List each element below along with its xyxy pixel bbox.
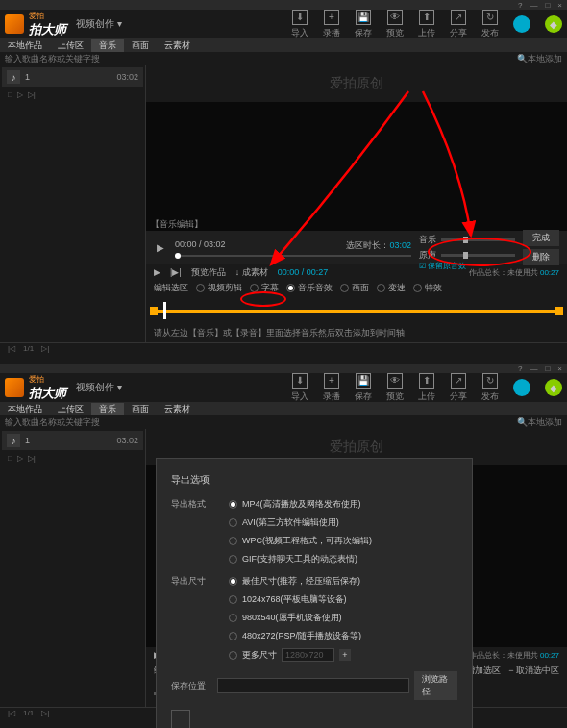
mode-dropdown[interactable]: 视频创作 ▾	[76, 381, 122, 394]
track-next-icon[interactable]: ▷|	[28, 454, 36, 463]
minimize-button[interactable]: —	[530, 1, 537, 10]
minimize-button[interactable]: —	[530, 364, 537, 373]
record-button[interactable]: +录播	[323, 10, 340, 39]
tab-cloud[interactable]: 云素材	[157, 403, 198, 415]
search-icon[interactable]: 🔍	[517, 417, 528, 427]
close-button[interactable]: ×	[557, 1, 562, 10]
track-item[interactable]: ♪ 1 03:02	[2, 431, 143, 450]
apple-button[interactable]	[513, 15, 530, 33]
size-more[interactable]: 更多尺寸 +	[229, 648, 457, 662]
add-material-tab[interactable]: ↓ 成素材	[235, 266, 268, 279]
preview-button[interactable]: 👁预览	[386, 373, 404, 403]
save-path-input[interactable]	[217, 678, 410, 693]
apple-button[interactable]	[513, 379, 530, 396]
track-play-icon[interactable]: ▷	[17, 454, 23, 463]
save-button[interactable]: 💾保存	[355, 10, 372, 39]
tab-local-works[interactable]: 本地作品	[0, 39, 50, 52]
help-icon[interactable]: ?	[518, 364, 522, 373]
preview-work-tab[interactable]: 预览作品	[191, 266, 226, 279]
app-header: 爱拍 拍大师 视频创作 ▾ ⬇导入 +录播 💾保存 👁预览 ⬆上传 ↗分享 ↻发…	[0, 10, 567, 38]
search-input[interactable]	[5, 417, 517, 427]
maximize-button[interactable]: □	[545, 1, 550, 10]
timeline-step[interactable]: |▶|	[170, 267, 182, 277]
path-label: 保存位置：	[171, 680, 217, 692]
tab-music[interactable]: 音乐	[91, 39, 124, 52]
tab-upload[interactable]: 上传区	[50, 39, 91, 52]
import-button[interactable]: ⬇导入	[291, 10, 308, 39]
tab-picture[interactable]: 画面	[124, 403, 157, 415]
maximize-button[interactable]: □	[545, 364, 550, 373]
brand-sub: 爱拍	[29, 11, 66, 21]
tab-music[interactable]: 音乐	[91, 403, 124, 415]
radio-speed[interactable]: 变速	[377, 282, 406, 294]
sidebar: ♪ 1 03:02 □ ▷ ▷|	[0, 65, 146, 342]
footer-nav-next[interactable]: ▷|	[41, 709, 49, 717]
size-best[interactable]: 最佳尺寸(推荐，经压缩后保存)	[229, 575, 457, 588]
browse-button[interactable]: 浏览路径	[414, 671, 457, 700]
format-wpc[interactable]: WPC(视频工程格式，可再次编辑)	[229, 535, 457, 547]
timeline[interactable]	[146, 295, 567, 324]
format-gif[interactable]: GIF(支持聊天工具的动态表情)	[229, 553, 457, 565]
delete-button[interactable]: 删除	[523, 249, 559, 265]
timeline-play[interactable]: ▶	[154, 267, 160, 277]
upload-button[interactable]: ⬆上传	[418, 373, 435, 403]
tab-local-works[interactable]: 本地作品	[0, 403, 50, 415]
local-add-button[interactable]: 本地添加	[528, 53, 562, 65]
app-logo	[5, 378, 24, 397]
record-button[interactable]: +录播	[323, 373, 340, 403]
track-number: 1	[25, 436, 30, 445]
watermark-text: 爱拍原创	[146, 65, 567, 102]
publish-button[interactable]: ↻发布	[481, 10, 499, 39]
search-icon[interactable]: 🔍	[517, 54, 528, 63]
progress-bar[interactable]	[175, 255, 411, 257]
preview-canvas: 【音乐编辑】	[146, 102, 567, 231]
tab-cloud[interactable]: 云素材	[157, 39, 198, 52]
publish-button[interactable]: ↻发布	[481, 373, 499, 403]
footer-nav-prev[interactable]: |◁	[8, 344, 15, 353]
footer-nav-prev[interactable]: |◁	[8, 709, 15, 717]
tab-upload[interactable]: 上传区	[50, 403, 91, 415]
add-size-button[interactable]: +	[339, 649, 351, 661]
track-play-icon[interactable]: ▷	[17, 90, 23, 99]
close-button[interactable]: ×	[557, 364, 562, 373]
save-button[interactable]: 💾保存	[355, 373, 372, 403]
cancel-region-button[interactable]: − 取消选中区	[508, 665, 559, 677]
format-mp4[interactable]: MP4(高清播放及网络发布使用)	[229, 498, 457, 511]
radio-video-cut[interactable]: 视频剪辑	[196, 282, 242, 294]
tab-picture[interactable]: 画面	[124, 39, 157, 52]
sound-volume-slider[interactable]	[441, 254, 515, 257]
preview-button[interactable]: 👁预览	[386, 10, 404, 39]
local-add-button[interactable]: 本地添加	[528, 416, 562, 429]
track-item[interactable]: ♪ 1 03:02	[2, 67, 143, 87]
done-button[interactable]: 完成	[523, 230, 559, 246]
keep-original-checkbox[interactable]: ☑ 保留原音效	[419, 261, 466, 271]
share-button[interactable]: ↗分享	[450, 373, 467, 403]
android-button[interactable]: ◆	[545, 379, 562, 396]
search-input[interactable]	[5, 54, 517, 63]
size-980[interactable]: 980x540(愿手机设备使用)	[229, 612, 457, 624]
size-480[interactable]: 480x272(PSP/随手播放设备等)	[229, 630, 457, 642]
mode-dropdown[interactable]: 视频创作 ▾	[76, 17, 122, 31]
track-next-icon[interactable]: ▷|	[28, 90, 36, 99]
import-button[interactable]: ⬇导入	[291, 373, 308, 403]
time-display: 00:00 / 03:02	[175, 239, 226, 252]
hint-text: 请从左边【音乐】或【录音】里面选择音乐然后双击添加到时间轴	[146, 324, 567, 342]
format-avi[interactable]: AVI(第三方软件编辑使用)	[229, 516, 457, 529]
track-checkbox[interactable]: □	[8, 90, 12, 99]
upload-button[interactable]: ⬆上传	[418, 10, 435, 39]
share-button[interactable]: ↗分享	[450, 10, 467, 39]
custom-size-input[interactable]	[282, 648, 334, 662]
radio-fx[interactable]: 特效	[413, 282, 442, 294]
play-button[interactable]: ▶	[154, 241, 167, 255]
radio-picture[interactable]: 画面	[340, 282, 369, 294]
work-info: 作品总长：未使用共 00:27	[469, 650, 559, 661]
help-icon[interactable]: ?	[518, 1, 522, 10]
track-checkbox[interactable]: □	[8, 454, 12, 463]
android-button[interactable]: ◆	[545, 15, 562, 33]
duration-label: 选区时长：03:02	[346, 239, 411, 252]
size-1024[interactable]: 1024x768(平板电脑等设备)	[229, 593, 457, 606]
radio-subtitle[interactable]: 字幕	[250, 282, 279, 294]
radio-audio[interactable]: 音乐音效	[286, 282, 333, 294]
footer-nav-next[interactable]: ▷|	[41, 344, 49, 353]
music-volume-slider[interactable]	[441, 238, 515, 241]
